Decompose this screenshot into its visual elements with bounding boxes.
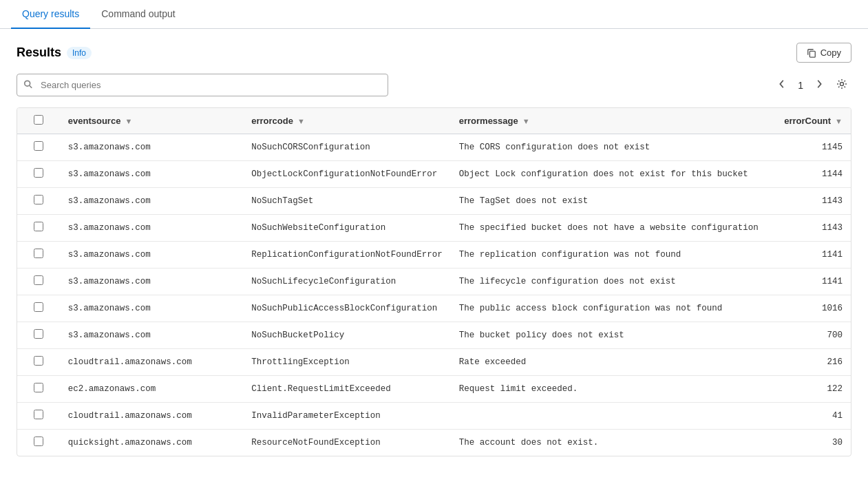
results-title-group: Results Info <box>17 45 92 60</box>
cell-errormessage: The TagSet does not exist <box>451 188 768 215</box>
tab-command-output[interactable]: Command output <box>90 0 186 29</box>
table-row: s3.amazonaws.com ReplicationConfiguratio… <box>17 242 851 269</box>
cell-eventsource: s3.amazonaws.com <box>60 188 243 215</box>
row-checkbox-cell <box>17 134 60 161</box>
table-row: s3.amazonaws.com NoSuchPublicAccessBlock… <box>17 295 851 322</box>
svg-point-3 <box>840 83 844 86</box>
results-table-container: eventsource ▼ errorcode ▼ errormessage <box>17 107 851 456</box>
cell-errorcount: 1145 <box>768 134 851 161</box>
cell-eventsource: s3.amazonaws.com <box>60 269 243 295</box>
row-checkbox-0[interactable] <box>34 141 43 151</box>
cell-errorcount: 216 <box>768 349 851 376</box>
col-header-errorcount[interactable]: errorCount ▼ <box>768 108 851 134</box>
cell-eventsource: s3.amazonaws.com <box>60 215 243 242</box>
row-checkbox-5[interactable] <box>34 275 43 285</box>
row-checkbox-cell <box>17 161 60 188</box>
settings-button[interactable] <box>832 76 851 94</box>
cell-errorcode: InvalidParameterException <box>243 403 451 430</box>
table-row: cloudtrail.amazonaws.com InvalidParamete… <box>17 403 851 430</box>
cell-errorcount: 1143 <box>768 215 851 242</box>
cell-errorcode: Client.RequestLimitExceeded <box>243 376 451 403</box>
next-page-button[interactable] <box>812 76 827 94</box>
row-checkbox-cell <box>17 215 60 242</box>
svg-line-2 <box>30 85 32 88</box>
cell-eventsource: cloudtrail.amazonaws.com <box>60 403 243 430</box>
table-row: cloudtrail.amazonaws.com ThrottlingExcep… <box>17 349 851 376</box>
table-row: s3.amazonaws.com NoSuchTagSet The TagSet… <box>17 188 851 215</box>
tab-bar: Query results Command output <box>0 0 868 29</box>
cell-errorcount: 122 <box>768 376 851 403</box>
cell-errormessage <box>451 403 768 430</box>
sort-icon-errorcode: ▼ <box>297 117 305 125</box>
row-checkbox-6[interactable] <box>34 302 43 312</box>
pagination-controls: 1 <box>774 76 851 94</box>
cell-errormessage: The lifecycle configuration does not exi… <box>451 269 768 295</box>
table-row: s3.amazonaws.com NoSuchLifecycleConfigur… <box>17 269 851 295</box>
cell-errormessage: Object Lock configuration does not exist… <box>451 161 768 188</box>
table-row: s3.amazonaws.com NoSuchWebsiteConfigurat… <box>17 215 851 242</box>
cell-eventsource: s3.amazonaws.com <box>60 242 243 269</box>
row-checkbox-cell <box>17 403 60 430</box>
cell-eventsource: s3.amazonaws.com <box>60 134 243 161</box>
cell-errorcode: NoSuchTagSet <box>243 188 451 215</box>
cell-errormessage: The specified bucket does not have a web… <box>451 215 768 242</box>
cell-errorcount: 41 <box>768 403 851 430</box>
cell-errorcount: 700 <box>768 322 851 349</box>
table-row: ec2.amazonaws.com Client.RequestLimitExc… <box>17 376 851 403</box>
row-checkbox-3[interactable] <box>34 222 43 231</box>
col-header-errormessage[interactable]: errormessage ▼ <box>451 108 768 134</box>
col-header-errorcode[interactable]: errorcode ▼ <box>243 108 451 134</box>
row-checkbox-11[interactable] <box>34 436 43 446</box>
row-checkbox-cell <box>17 430 60 456</box>
row-checkbox-9[interactable] <box>34 383 43 392</box>
cell-errormessage: Request limit exceeded. <box>451 376 768 403</box>
table-body: s3.amazonaws.com NoSuchCORSConfiguration… <box>17 134 851 456</box>
row-checkbox-cell <box>17 376 60 403</box>
cell-errormessage: The account does not exist. <box>451 430 768 456</box>
row-checkbox-2[interactable] <box>34 195 43 204</box>
results-title: Results <box>17 45 61 60</box>
cell-errorcode: NoSuchCORSConfiguration <box>243 134 451 161</box>
cell-errormessage: The replication configuration was not fo… <box>451 242 768 269</box>
search-container <box>17 74 388 96</box>
row-checkbox-7[interactable] <box>34 329 43 339</box>
tab-query-results[interactable]: Query results <box>11 0 90 29</box>
row-checkbox-cell <box>17 322 60 349</box>
cell-errorcode: NoSuchPublicAccessBlockConfiguration <box>243 295 451 322</box>
row-checkbox-8[interactable] <box>34 356 43 366</box>
row-checkbox-cell <box>17 295 60 322</box>
row-checkbox-cell <box>17 188 60 215</box>
results-table: eventsource ▼ errorcode ▼ errormessage <box>17 108 851 456</box>
cell-errorcode: ThrottlingException <box>243 349 451 376</box>
row-checkbox-cell <box>17 349 60 376</box>
row-checkbox-10[interactable] <box>34 410 43 419</box>
row-checkbox-1[interactable] <box>34 168 43 178</box>
copy-button[interactable]: Copy <box>796 43 851 63</box>
cell-errorcode: ResourceNotFoundException <box>243 430 451 456</box>
cell-errorcount: 1143 <box>768 188 851 215</box>
cell-eventsource: quicksight.amazonaws.com <box>60 430 243 456</box>
search-input[interactable] <box>17 74 388 96</box>
info-badge[interactable]: Info <box>67 47 92 59</box>
cell-errorcount: 1144 <box>768 161 851 188</box>
col-header-eventsource[interactable]: eventsource ▼ <box>60 108 243 134</box>
cell-eventsource: cloudtrail.amazonaws.com <box>60 349 243 376</box>
row-checkbox-4[interactable] <box>34 249 43 258</box>
table-row: quicksight.amazonaws.com ResourceNotFoun… <box>17 430 851 456</box>
cell-errormessage: Rate exceeded <box>451 349 768 376</box>
prev-page-button[interactable] <box>774 76 790 94</box>
gear-icon <box>836 78 847 90</box>
svg-rect-0 <box>809 51 815 57</box>
cell-errorcode: ReplicationConfigurationNotFoundError <box>243 242 451 269</box>
cell-errorcount: 1141 <box>768 242 851 269</box>
page-number: 1 <box>795 80 806 91</box>
row-checkbox-cell <box>17 242 60 269</box>
chevron-left-icon <box>779 79 785 89</box>
table-header-row: eventsource ▼ errorcode ▼ errormessage <box>17 108 851 134</box>
cell-errorcode: NoSuchWebsiteConfiguration <box>243 215 451 242</box>
select-all-checkbox[interactable] <box>34 115 43 125</box>
row-checkbox-cell <box>17 269 60 295</box>
sort-icon-errorcount: ▼ <box>835 117 843 125</box>
cell-errorcode: ObjectLockConfigurationNotFoundError <box>243 161 451 188</box>
cell-errorcode: NoSuchLifecycleConfiguration <box>243 269 451 295</box>
